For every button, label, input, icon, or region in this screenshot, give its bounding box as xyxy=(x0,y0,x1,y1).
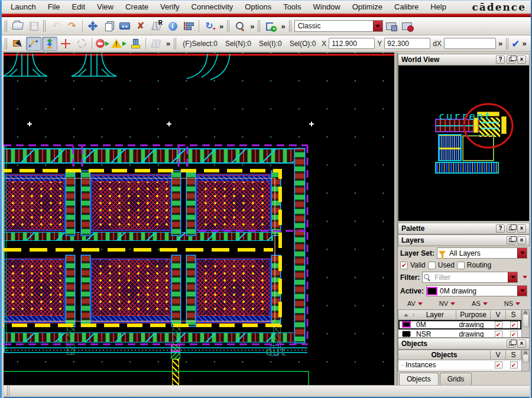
objects-scrollbar[interactable] xyxy=(521,350,529,371)
via-overflow[interactable]: » xyxy=(279,22,287,31)
zoom-overflow[interactable]: » xyxy=(248,22,256,31)
select-mode-button[interactable] xyxy=(10,37,25,51)
object-visible-checkbox[interactable]: ✔ xyxy=(495,361,502,368)
world-view-header[interactable]: World View ? × xyxy=(398,54,530,66)
layer-set-combobox[interactable]: All Layers xyxy=(437,247,527,259)
gravity-button[interactable] xyxy=(58,37,73,51)
filter-dropdown[interactable] xyxy=(508,272,517,282)
layer-row-0m[interactable]: 0M drawing ✔ ✔ xyxy=(398,320,521,330)
copy-button[interactable] xyxy=(101,19,116,33)
align-button[interactable] xyxy=(181,19,196,33)
move-button[interactable] xyxy=(85,19,100,33)
palette-header[interactable]: Palette ? × xyxy=(398,223,530,234)
statusbar-grip[interactable] xyxy=(7,386,11,397)
toolbar-overflow[interactable]: » xyxy=(218,22,225,31)
active-layer-dropdown[interactable] xyxy=(517,286,527,296)
menu-connectivity[interactable]: Connectivity xyxy=(186,1,239,12)
layers-table-header[interactable]: Layer Purpose V S xyxy=(398,310,521,320)
help-button[interactable]: ? xyxy=(496,56,505,64)
close-button[interactable]: × xyxy=(517,56,526,64)
layer-visible-checkbox[interactable]: ✔ xyxy=(495,321,502,328)
zoom-button[interactable] xyxy=(232,19,248,33)
float-button[interactable] xyxy=(507,340,515,348)
tab-objects[interactable]: Objects xyxy=(399,373,439,385)
as-button[interactable]: AS xyxy=(470,299,489,308)
end-overflow[interactable]: » xyxy=(521,39,528,48)
close-button[interactable]: × xyxy=(517,224,526,233)
show-levels-toggle[interactable] xyxy=(42,37,57,51)
toolbar-grip[interactable] xyxy=(227,20,231,32)
float-button[interactable] xyxy=(507,236,515,244)
open-button[interactable] xyxy=(10,19,25,33)
create-via-button[interactable] xyxy=(263,19,278,33)
layout-canvas[interactable]: out xyxy=(4,53,394,386)
routing-checkbox[interactable] xyxy=(457,262,465,269)
menu-optimize[interactable]: Optimize xyxy=(347,1,388,12)
workspace-combobox[interactable]: Classic xyxy=(294,20,383,32)
dx-field[interactable] xyxy=(444,38,496,49)
layers-scrollbar[interactable] xyxy=(521,310,529,337)
toolbar-grip[interactable] xyxy=(506,38,510,50)
menu-launch[interactable]: Launch xyxy=(5,1,41,12)
menu-edit[interactable]: Edit xyxy=(67,1,90,12)
rotate-button[interactable]: R xyxy=(149,19,164,33)
coords-overflow[interactable]: » xyxy=(497,39,504,48)
group-select-button[interactable] xyxy=(74,37,89,51)
layers-header[interactable]: Layers × xyxy=(398,234,530,246)
layer-select-checkbox[interactable]: ✔ xyxy=(510,331,518,338)
menu-help[interactable]: Help xyxy=(425,1,452,12)
redraw-button[interactable]: ↻+ xyxy=(202,19,217,33)
menu-options[interactable]: Options xyxy=(239,1,277,12)
skip-warning-button[interactable] xyxy=(111,37,127,51)
menu-tools[interactable]: Tools xyxy=(278,1,306,12)
apply-check-button[interactable]: ✔ xyxy=(511,38,520,50)
world-view-canvas[interactable]: current xyxy=(398,66,530,221)
active-layer-combobox[interactable]: 0M drawing xyxy=(426,285,527,296)
toolbar-grip[interactable] xyxy=(174,38,177,50)
layer-set-dropdown[interactable] xyxy=(517,248,527,258)
menu-window[interactable]: Window xyxy=(308,1,346,12)
float-button[interactable] xyxy=(507,224,515,233)
used-checkbox[interactable] xyxy=(428,262,436,269)
pillar-button[interactable] xyxy=(128,37,143,51)
toolbar-grip[interactable] xyxy=(289,20,293,32)
toolbar-grip[interactable] xyxy=(43,20,47,32)
objects-row-instances[interactable]: ┄Instances ✔ ✔ xyxy=(398,360,521,370)
delete-workspace-button[interactable] xyxy=(400,19,415,33)
menu-file[interactable]: File xyxy=(43,1,66,12)
y-coordinate-field[interactable]: 92.300 xyxy=(384,38,430,49)
objects-table-header[interactable]: Objects V S xyxy=(398,350,521,360)
tab-grids[interactable]: Grids xyxy=(440,373,472,385)
toolbar-grip[interactable] xyxy=(5,20,8,32)
mirror-button[interactable] xyxy=(148,37,164,51)
menu-verify[interactable]: Verify xyxy=(155,1,185,12)
av-button[interactable]: AV xyxy=(406,299,424,308)
fly-wire-toggle[interactable] xyxy=(26,37,41,51)
save-button[interactable] xyxy=(26,19,41,33)
close-button[interactable]: × xyxy=(517,236,526,244)
object-select-checkbox[interactable]: ✔ xyxy=(510,361,518,368)
mode-overflow[interactable]: » xyxy=(164,39,172,48)
help-button[interactable]: ? xyxy=(496,224,505,233)
filter-placeholder[interactable]: Filter xyxy=(432,273,508,282)
layer-select-checkbox[interactable]: ✔ xyxy=(510,321,518,328)
layer-visible-checkbox[interactable]: ✔ xyxy=(495,331,502,338)
scroll-thumb[interactable] xyxy=(523,354,529,363)
filter-combobox[interactable]: Filter xyxy=(422,272,518,283)
stretch-button[interactable]: ◄► xyxy=(117,19,132,33)
toolbar-grip[interactable] xyxy=(258,20,261,32)
toolbar-grip[interactable] xyxy=(5,38,8,50)
properties-button[interactable]: i xyxy=(165,19,180,33)
x-coordinate-field[interactable]: 112.900 xyxy=(329,38,375,49)
undo-button[interactable]: ↶ xyxy=(48,19,64,33)
objects-header[interactable]: Objects × xyxy=(398,338,530,350)
layer-row-nsr[interactable]: NSR drawing ✔ ✔ xyxy=(398,330,521,338)
ns-button[interactable]: NS xyxy=(502,299,522,308)
pause-button[interactable] xyxy=(95,37,110,51)
float-button[interactable] xyxy=(507,56,515,64)
workspace-dropdown-button[interactable] xyxy=(373,21,382,31)
scroll-thumb[interactable] xyxy=(523,314,529,327)
redo-button[interactable]: ↷ xyxy=(64,19,80,33)
valid-checkbox[interactable]: ✔ xyxy=(400,262,408,269)
save-workspace-button[interactable] xyxy=(384,19,399,33)
